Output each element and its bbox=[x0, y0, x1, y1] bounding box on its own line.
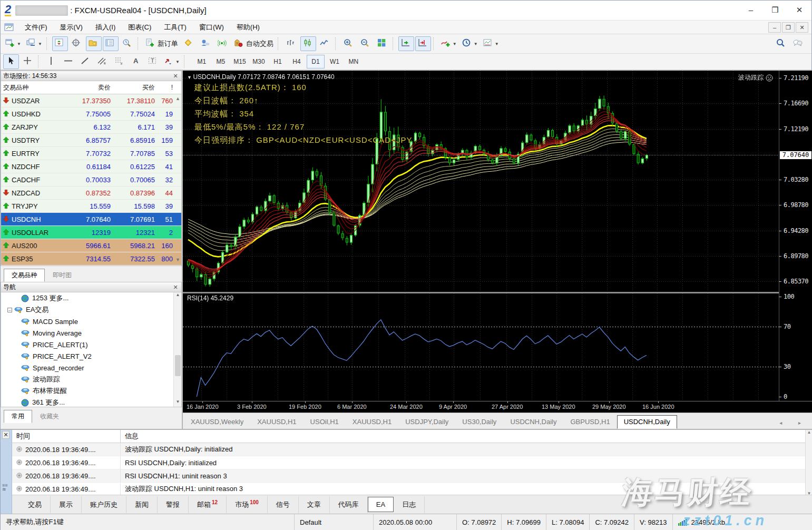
zoom-in-button[interactable] bbox=[341, 36, 357, 51]
terminal-tab-5[interactable]: 邮箱12 bbox=[189, 496, 227, 513]
arrows-button[interactable]: ▼ bbox=[162, 54, 182, 69]
vline-button[interactable] bbox=[44, 54, 60, 69]
candle-chart-button[interactable] bbox=[300, 36, 316, 51]
timeframe-m5[interactable]: M5 bbox=[212, 55, 230, 68]
strategy-tester-button[interactable] bbox=[120, 36, 135, 51]
symbol-row-usdzar[interactable]: USDZAR17.3735017.38110760 bbox=[1, 94, 181, 107]
navigator-item-ea交易[interactable]: –EA交易 bbox=[1, 304, 181, 316]
symbol-row-usdcnh[interactable]: USDCNH7.076407.0769151 bbox=[1, 213, 181, 226]
dropdown-caret-icon[interactable]: ▼ bbox=[175, 60, 180, 64]
rsi-indicator-canvas[interactable] bbox=[183, 293, 779, 401]
navigator-item-spreadrecorder[interactable]: Spread_recorder bbox=[1, 362, 181, 374]
chart-tab-1[interactable]: XAUUSD,H1 bbox=[250, 415, 303, 429]
menu-f[interactable]: 文件(F) bbox=[18, 21, 54, 34]
dropdown-caret-icon[interactable]: ▼ bbox=[474, 42, 478, 46]
symbol-row-usdtry[interactable]: USDTRY6.857576.85916159 bbox=[1, 134, 181, 147]
chart-tab-5[interactable]: US30,Daily bbox=[455, 415, 503, 429]
navigator-scrollbar[interactable]: ▲▼ bbox=[173, 292, 181, 407]
terminal-tab-8[interactable]: 文章 bbox=[299, 496, 330, 513]
journal-row-0[interactable]: 2020.06.18 19:36:49....波动跟踪 USDCNH,Daily… bbox=[12, 443, 805, 456]
journal-row-1[interactable]: 2020.06.18 19:36:49....RSI USDCNH,Daily:… bbox=[12, 456, 805, 469]
symbol-row-zarjpy[interactable]: ZARJPY6.1326.17139 bbox=[1, 121, 181, 134]
journal-row-3[interactable]: 2020.06.18 19:36:49....波动跟踪 USDCNH,H1: u… bbox=[12, 483, 805, 496]
bar-chart-button[interactable] bbox=[283, 36, 299, 51]
tree-collapse-icon[interactable]: – bbox=[7, 308, 12, 312]
indicator-splitter[interactable] bbox=[183, 292, 812, 293]
symbol-row-aus200[interactable]: AUS2005966.615968.21160 bbox=[1, 239, 181, 252]
terminal-tab-9[interactable]: 代码库 bbox=[330, 496, 368, 513]
journal-header-message[interactable]: 信息 bbox=[120, 430, 805, 443]
timeframe-h4[interactable]: H4 bbox=[288, 55, 306, 68]
dropdown-caret-icon[interactable]: ▼ bbox=[17, 42, 21, 46]
price-scale[interactable]: 7.211907.166907.121907.032806.987806.942… bbox=[779, 71, 812, 401]
search-button[interactable] bbox=[773, 36, 789, 51]
column-header-1[interactable]: 卖价 bbox=[69, 83, 114, 92]
terminal-tab-3[interactable]: 新闻 bbox=[126, 496, 158, 513]
menu-t[interactable]: 工具(T) bbox=[158, 21, 193, 34]
journal-row-2[interactable]: 2020.06.18 19:36:49....RSI USDCNH,H1: un… bbox=[12, 469, 805, 483]
terminal-tab-7[interactable]: 信号 bbox=[268, 496, 299, 513]
terminal-tab-4[interactable]: 警报 bbox=[158, 496, 189, 513]
symbol-row-nzdcad[interactable]: NZDCAD0.873520.8739644 bbox=[1, 187, 181, 200]
dropdown-caret-icon[interactable]: ▼ bbox=[453, 42, 457, 46]
cursor-button[interactable] bbox=[3, 54, 19, 69]
timeframe-m30[interactable]: M30 bbox=[250, 55, 268, 68]
data-window-button[interactable] bbox=[69, 36, 85, 51]
child-restore-button[interactable]: ❐ bbox=[782, 22, 795, 33]
navigator-item-361更多[interactable]: 361 更多... bbox=[1, 397, 181, 407]
chart-collapse-icon[interactable]: ▼ bbox=[187, 75, 193, 80]
crosshair-button[interactable] bbox=[20, 54, 36, 69]
close-button[interactable]: ✕ bbox=[787, 1, 811, 21]
terminal-tab-0[interactable]: 交易 bbox=[19, 496, 51, 513]
market-watch-button[interactable] bbox=[52, 36, 68, 51]
scroll-down-icon[interactable]: ▼ bbox=[175, 257, 180, 262]
periods-button[interactable]: ▼ bbox=[460, 36, 480, 51]
terminal-close-icon[interactable]: ✕ bbox=[2, 431, 9, 439]
auto-trade-button[interactable]: 自动交易 bbox=[232, 36, 276, 51]
line-chart-button[interactable] bbox=[317, 36, 333, 51]
tile-windows-button[interactable] bbox=[375, 36, 390, 51]
terminal-tab-11[interactable]: 日志 bbox=[394, 496, 425, 513]
indicators-button[interactable]: ▼ bbox=[439, 36, 459, 51]
text-a-button[interactable]: A bbox=[128, 54, 144, 69]
timeframe-d1[interactable]: D1 bbox=[307, 55, 325, 68]
date-axis[interactable]: 16 Jan 20203 Feb 202019 Feb 20206 Mar 20… bbox=[183, 401, 812, 413]
new-order-button[interactable]: 新订单 bbox=[143, 36, 180, 51]
text-label-button[interactable]: T bbox=[145, 54, 161, 69]
symbol-row-usdhkd[interactable]: USDHKD7.750057.7502419 bbox=[1, 107, 181, 121]
navigator-item-macdsample[interactable]: MACD Sample bbox=[1, 316, 181, 327]
chart-tab-0[interactable]: XAUUSD,Weekly bbox=[184, 415, 250, 429]
chart-tab-scroll-arrows[interactable]: ◂ ▸ bbox=[779, 420, 812, 426]
navigator-tab-favorites[interactable]: 收藏夹 bbox=[32, 410, 67, 423]
hline-button[interactable] bbox=[61, 54, 76, 69]
child-close-button[interactable]: ✕ bbox=[796, 22, 808, 33]
navigator-item-movingaverage[interactable]: Moving Average bbox=[1, 327, 181, 339]
column-header-2[interactable]: 买价 bbox=[114, 83, 158, 92]
menu-i[interactable]: 插入(I) bbox=[89, 21, 122, 34]
price-chart-canvas[interactable] bbox=[183, 71, 779, 292]
templates-button[interactable]: ▼ bbox=[481, 36, 501, 51]
metaeditor-button[interactable] bbox=[181, 36, 197, 51]
chart-tab-2[interactable]: USOil,H1 bbox=[304, 415, 346, 429]
symbol-row-esp35[interactable]: ESP357314.557322.55800 bbox=[1, 252, 181, 266]
market-watch-tab-symbols[interactable]: 交易品种 bbox=[4, 269, 45, 282]
trendline-button[interactable] bbox=[77, 54, 93, 69]
chart-shift-button[interactable] bbox=[415, 36, 431, 51]
terminal-scrollbar[interactable]: ▲▼ bbox=[805, 430, 812, 496]
column-header-0[interactable]: 交易品种 bbox=[1, 83, 69, 92]
timeframe-h1[interactable]: H1 bbox=[269, 55, 287, 68]
chat-button[interactable] bbox=[790, 36, 806, 51]
navigator-item-波动跟踪[interactable]: 波动跟踪 bbox=[1, 374, 181, 385]
symbol-row-eurtry[interactable]: EURTRY7.707327.7078553 bbox=[1, 147, 181, 160]
dropdown-caret-icon[interactable]: ▼ bbox=[495, 42, 499, 46]
navigator-item-布林带提醒[interactable]: 布林带提醒 bbox=[1, 385, 181, 397]
market-watch-tab-tick[interactable]: 即时图 bbox=[45, 269, 80, 282]
navigator-item-1253更多[interactable]: 1253 更多... bbox=[1, 292, 181, 304]
auto-scroll-button[interactable] bbox=[398, 36, 414, 51]
navigator-tab-common[interactable]: 常用 bbox=[4, 410, 32, 423]
zoom-out-button[interactable] bbox=[358, 36, 374, 51]
terminal-tab-ea[interactable]: EA bbox=[368, 497, 394, 512]
navigator-item-pricealertv2[interactable]: PRICE_ALERT_V2 bbox=[1, 350, 181, 362]
minimize-button[interactable]: – bbox=[739, 1, 763, 21]
dropdown-caret-icon[interactable]: ▼ bbox=[38, 42, 42, 46]
